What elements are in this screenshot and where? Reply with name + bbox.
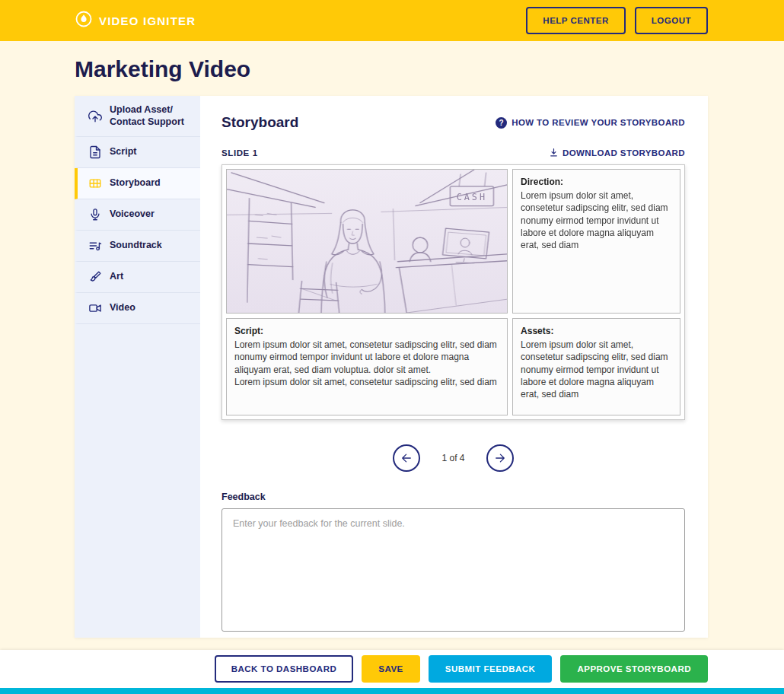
action-bar: BACK TO DASHBOARD SAVE SUBMIT FEEDBACK A… — [0, 650, 784, 688]
sidebar-item-label: Video — [110, 302, 135, 314]
slide-page-count: 1 of 4 — [441, 453, 464, 463]
feedback-label: Feedback — [221, 492, 685, 502]
arrow-left-icon — [400, 451, 413, 465]
download-storyboard-link[interactable]: DOWNLOAD STORYBOARD — [549, 148, 685, 158]
storyboard-icon — [88, 177, 102, 190]
how-to-review-link[interactable]: ? HOW TO REVIEW YOUR STORYBOARD — [496, 117, 685, 129]
previous-slide-button[interactable] — [393, 444, 420, 472]
footer-accent-strip — [0, 688, 784, 694]
download-storyboard-label: DOWNLOAD STORYBOARD — [563, 148, 685, 158]
next-slide-button[interactable] — [486, 444, 514, 472]
sidebar-item-soundtrack[interactable]: Soundtrack — [75, 231, 200, 262]
script-label: Script: — [234, 325, 499, 337]
microphone-icon — [88, 208, 102, 221]
topbar-actions: HELP CENTER LOGOUT — [526, 7, 708, 34]
sidebar-item-label: Script — [110, 146, 136, 158]
script-box: Script: Lorem ipsum dolor sit amet, cons… — [226, 318, 508, 415]
sidebar-item-storyboard[interactable]: Storyboard — [75, 168, 200, 199]
back-to-dashboard-button[interactable]: BACK TO DASHBOARD — [215, 655, 354, 683]
approve-storyboard-button[interactable]: APPROVE STORYBOARD — [560, 655, 708, 683]
brand-name: VIDEO IGNITER — [99, 14, 196, 27]
sidebar-item-art[interactable]: Art — [75, 262, 200, 293]
storyboard-panel: Storyboard ? HOW TO REVIEW YOUR STORYBOA… — [200, 96, 708, 638]
page: Marketing Video Upload Asset/ Contact Su… — [0, 41, 784, 638]
slide-header: SLIDE 1 DOWNLOAD STORYBOARD — [221, 148, 685, 158]
video-camera-icon — [88, 301, 102, 315]
logout-button[interactable]: LOGOUT — [635, 7, 708, 34]
sidebar-item-script[interactable]: Script — [75, 137, 200, 168]
feedback-input[interactable] — [221, 508, 685, 632]
arrow-right-icon — [493, 451, 507, 465]
sidebar-item-video[interactable]: Video — [75, 293, 200, 324]
direction-box: Direction: Lorem ipsum dolor sit amet, c… — [512, 169, 680, 314]
art-icon — [88, 270, 102, 284]
question-circle-icon: ? — [496, 117, 507, 129]
sidebar-item-upload-asset[interactable]: Upload Asset/ Contact Support — [75, 96, 200, 137]
sidebar-item-label: Upload Asset/ Contact Support — [110, 104, 184, 128]
download-icon — [549, 148, 559, 158]
storyboard-grid: CASH Direction: Lorem ipsum dolor sit am… — [226, 169, 680, 415]
slide-label: SLIDE 1 — [221, 148, 258, 158]
how-to-review-label: HOW TO REVIEW YOUR STORYBOARD — [512, 118, 685, 127]
brand-logo-icon — [75, 10, 93, 31]
script-icon — [88, 145, 102, 159]
direction-label: Direction: — [521, 176, 672, 188]
assets-label: Assets: — [521, 325, 672, 337]
soundtrack-icon — [88, 239, 102, 253]
direction-text: Lorem ipsum dolor sit amet, consetetur s… — [521, 189, 672, 251]
sidebar-item-label: Storyboard — [110, 177, 161, 189]
storyboard-slide-card: CASH Direction: Lorem ipsum dolor sit am… — [221, 164, 685, 420]
submit-feedback-button[interactable]: SUBMIT FEEDBACK — [429, 655, 553, 683]
top-bar: VIDEO IGNITER HELP CENTER LOGOUT — [0, 0, 784, 41]
sidebar-item-label: Art — [110, 271, 123, 283]
sidebar: Upload Asset/ Contact Support Script — [75, 96, 200, 638]
content-card: Upload Asset/ Contact Support Script — [75, 96, 708, 638]
sidebar-item-label: Soundtrack — [110, 240, 162, 252]
feedback-section: Feedback — [221, 492, 685, 635]
script-text-1: Lorem ipsum dolor sit amet, consetetur s… — [234, 339, 499, 376]
footer: BACK TO DASHBOARD SAVE SUBMIT FEEDBACK A… — [0, 650, 784, 694]
slide-pagination: 1 of 4 — [221, 444, 685, 472]
sidebar-item-label: Voiceover — [110, 209, 155, 221]
help-center-button[interactable]: HELP CENTER — [526, 7, 625, 34]
page-title: Marketing Video — [75, 56, 708, 82]
sketch-cash-sign-text: CASH — [457, 192, 487, 202]
script-text-2: Lorem ipsum dolor sit amet, consetetur s… — [234, 376, 499, 388]
storyboard-sketch-image: CASH — [226, 169, 508, 314]
save-button[interactable]: SAVE — [362, 655, 419, 683]
assets-text: Lorem ipsum dolor sit amet, consetetur s… — [521, 339, 672, 400]
brand: VIDEO IGNITER — [75, 10, 196, 31]
panel-header: Storyboard ? HOW TO REVIEW YOUR STORYBOA… — [221, 114, 685, 131]
section-title: Storyboard — [221, 114, 298, 131]
assets-box: Assets: Lorem ipsum dolor sit amet, cons… — [512, 318, 680, 415]
sidebar-item-voiceover[interactable]: Voiceover — [75, 199, 200, 231]
cloud-upload-icon — [88, 110, 102, 123]
